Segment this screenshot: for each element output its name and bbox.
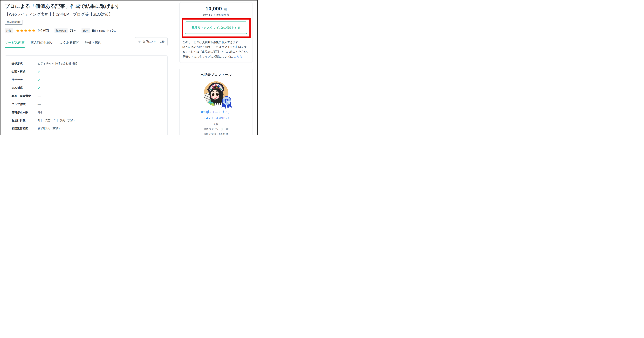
remaining-value: 5枠 / お願い中：0人 <box>92 29 116 33</box>
tab-reviews[interactable]: 評価・感想 <box>85 38 101 48</box>
page-title: プロによる「価値ある記事」作成で結果に繋げます <box>5 3 168 10</box>
seller-gender: 女性 <box>182 123 250 126</box>
sidebar: 10,000 円 50ポイント (0.5%) 獲得 見積り・カスタマイズの相談を… <box>180 2 253 135</box>
seller-profile-title: 出品者プロフィール <box>182 73 250 77</box>
option-chips-row <box>38 135 161 135</box>
rating-count: (62) <box>43 29 49 32</box>
purchase-note-line2: 購入希望の方は「見積り・カスタマイズの相談をする」もしくは「出品者に質問」からお… <box>182 45 250 54</box>
price-currency: 円 <box>224 8 227 11</box>
kochira-link[interactable]: こちら <box>234 55 242 58</box>
estimate-consult-button[interactable]: 見積り・カスタマイズの相談をする <box>185 22 247 34</box>
remaining-label: 残り <box>82 28 90 33</box>
annotation-highlight-box: 見積り・カスタマイズの相談をする <box>182 19 250 38</box>
service-spec-card: 提供形式 ビデオチャット打ち合わせ可能 企画・構成 ✓ リサーチ ✓ SEO対応… <box>5 55 168 135</box>
table-row: 写真・画像選定 — <box>12 94 161 98</box>
table-row: 初回返答時間 1時間以内（実績） <box>12 127 161 131</box>
purchase-note: このサービスは見積り相談後に購入できます。 購入希望の方は「見積り・カスタマイズ… <box>182 40 250 59</box>
heart-icon: ♥ <box>138 39 141 44</box>
tab-service-contents[interactable]: サービス内容 <box>5 38 24 48</box>
option-chip[interactable] <box>80 135 91 135</box>
check-icon: ✓ <box>38 78 41 82</box>
avatar-wrap: ♫ ♪ <box>204 81 228 106</box>
seller-profile-card: 出品者プロフィール ♫ ♪ <box>180 68 253 135</box>
tab-faq[interactable]: よくある質問 <box>60 38 79 48</box>
table-row: リサーチ ✓ <box>12 78 161 82</box>
sales-label: 販売実績 <box>54 28 68 33</box>
chevron-right-icon <box>228 117 230 119</box>
seller-name-link[interactable]: emiglia（エミリア） <box>201 110 231 114</box>
favorite-label: お気に入り <box>143 40 156 43</box>
page-subtitle: 【Webライティング実務士】記事LP・ブログ等【SEO対策】 <box>5 12 168 17</box>
table-row: 無料修正回数 2回 <box>12 110 161 114</box>
rating-value: 5.0 <box>38 29 42 32</box>
favorite-button[interactable]: ♥ お気に入り 159 <box>135 37 168 46</box>
rating-label: 評価 <box>5 28 13 33</box>
table-row: 提供形式 ビデオチャット打ち合わせ可能 <box>12 61 161 66</box>
price-amount: 10,000 <box>206 6 222 12</box>
stats-row: 評価 ★★★★★ 5.0 (62) 販売実績 73件 残り 5枠 / お願い中：… <box>5 28 168 33</box>
price-card: 10,000 円 50ポイント (0.5%) 獲得 見積り・カスタマイズの相談を… <box>180 2 253 63</box>
service-detail-page: プロによる「価値ある記事」作成で結果に繋げます 【Webライティング実務士】記事… <box>0 0 258 135</box>
platinum-rank-badge-icon: P <box>221 96 232 109</box>
main-content: プロによる「価値ある記事」作成で結果に繋げます 【Webライティング実務士】記事… <box>5 1 168 135</box>
option-chip[interactable] <box>38 135 57 135</box>
table-row: お届け日数 7日（予定） / 1日以内（実績） <box>12 118 161 123</box>
dash-icon: — <box>38 102 41 106</box>
table-row: SEO対応 ✓ <box>12 86 161 90</box>
check-icon: ✓ <box>38 70 41 74</box>
option-chip[interactable] <box>59 135 78 135</box>
favorite-count: 159 <box>160 40 164 43</box>
purchase-note-line1: このサービスは見積り相談後に購入できます。 <box>182 40 250 45</box>
table-row: グラフ作成 — <box>12 102 161 106</box>
delivery-available-badge: 物品配送可能 <box>5 20 22 25</box>
price: 10,000 円 <box>182 6 250 12</box>
tabs-section: サービス内容 購入時のお願い よくある質問 評価・感想 ♥ お気に入り 159 <box>5 38 168 48</box>
profile-detail-link[interactable]: プロフィール詳細へ <box>203 116 229 120</box>
star-rating-icon: ★★★★★ <box>16 29 36 33</box>
purchase-note-line3: 見積り・カスタマイズの相談については こちら <box>182 54 250 59</box>
tab-purchase-requests[interactable]: 購入時のお願い <box>30 38 53 48</box>
table-row: 企画・構成 ✓ <box>12 70 161 74</box>
seller-total-sales: 総販売実績： 3,936 件 <box>182 133 250 135</box>
points-note: 50ポイント (0.5%) 獲得 <box>182 13 250 17</box>
seller-last-login: 最終ログイン：少し前 <box>182 128 250 131</box>
check-icon: ✓ <box>38 86 41 90</box>
sales-value: 73件 <box>70 29 76 33</box>
dash-icon: — <box>38 94 41 98</box>
rating-link[interactable]: 5.0 (62) <box>38 29 49 33</box>
